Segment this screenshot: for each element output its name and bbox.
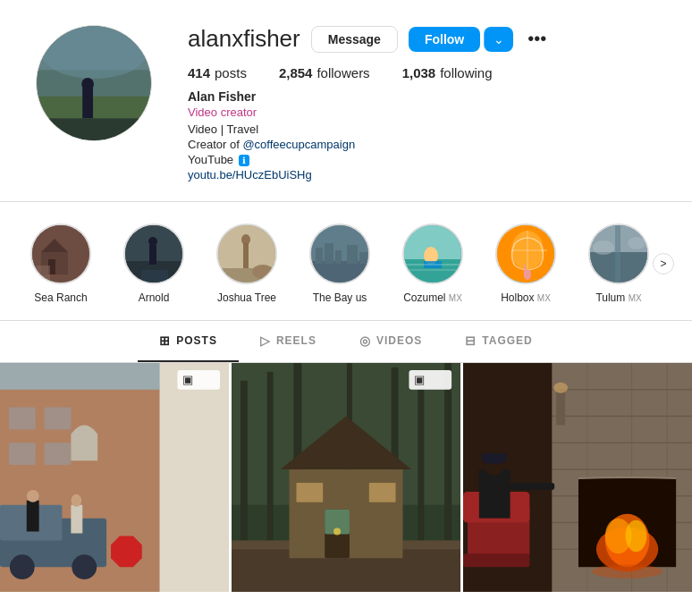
highlights-section: Sea Ranch Arnold — [0, 201, 692, 321]
posts-count: 414 — [188, 65, 210, 80]
coffeecup-link[interactable]: @coffeecupcampaign — [242, 138, 355, 151]
svg-rect-27 — [335, 250, 342, 264]
bio-line-2: Creator of @coffeecupcampaign — [188, 138, 656, 151]
tab-tagged[interactable]: ⊟ TAGGED — [443, 321, 553, 362]
highlight-label-cozumel: Cozumel MX — [403, 291, 462, 304]
svg-rect-12 — [37, 266, 50, 283]
svg-rect-72 — [444, 363, 451, 558]
svg-rect-68 — [267, 372, 274, 549]
bio-name: Alan Fisher — [188, 89, 656, 104]
tab-videos[interactable]: ◎ VIDEOS — [338, 321, 443, 362]
highlight-circle-joshua-tree — [216, 224, 277, 284]
posts-icon: ⊞ — [159, 333, 171, 348]
follow-chevron-button[interactable]: ⌄ — [484, 27, 513, 52]
highlight-item-tulum[interactable]: Tulum MX — [583, 224, 654, 304]
svg-rect-60 — [71, 505, 82, 534]
bay-image — [311, 225, 370, 284]
arnold-image — [125, 225, 184, 284]
svg-point-61 — [71, 494, 81, 507]
svg-point-113 — [553, 383, 568, 393]
cozumel-image — [404, 225, 463, 284]
photo-1-image: ▣ — [0, 363, 229, 592]
more-options-button[interactable]: ••• — [524, 29, 550, 49]
svg-text:▣: ▣ — [414, 373, 425, 386]
holbox-image — [497, 225, 556, 284]
highlight-circle-bay — [309, 224, 370, 284]
highlight-item-holbox[interactable]: Holbox MX — [490, 224, 561, 304]
followers-stat[interactable]: 2,854 followers — [279, 65, 370, 80]
profile-section: alanxfisher Message Follow ⌄ ••• 414 pos… — [0, 0, 692, 201]
message-button[interactable]: Message — [311, 26, 398, 53]
svg-rect-52 — [45, 408, 72, 430]
svg-rect-71 — [418, 376, 424, 553]
grid-item-1[interactable]: ▣ — [0, 363, 229, 592]
svg-rect-25 — [316, 248, 323, 264]
svg-point-101 — [626, 520, 647, 553]
highlight-item-arnold[interactable]: Arnold — [118, 224, 190, 304]
svg-point-16 — [148, 237, 157, 246]
bio-line-3: YouTube ℹ — [188, 153, 656, 166]
highlight-item-cozumel[interactable]: Cozumel MX — [397, 224, 468, 304]
tulum-image — [590, 225, 649, 284]
svg-rect-80 — [296, 483, 323, 502]
svg-point-82 — [333, 528, 341, 536]
svg-point-56 — [10, 554, 35, 579]
tab-posts[interactable]: ⊞ POSTS — [138, 321, 239, 362]
highlight-item-sea-ranch[interactable]: Sea Ranch — [25, 224, 97, 304]
tab-reels[interactable]: ▷ REELS — [239, 321, 338, 362]
svg-rect-5 — [82, 88, 93, 118]
highlight-circle-sea-ranch — [30, 224, 91, 284]
svg-rect-111 — [511, 483, 555, 490]
svg-point-4 — [41, 26, 147, 79]
username-row: alanxfisher Message Follow ⌄ ••• — [188, 25, 656, 53]
svg-point-44 — [593, 240, 614, 255]
svg-rect-49 — [160, 363, 229, 592]
follow-button[interactable]: Follow — [409, 27, 480, 52]
svg-rect-39 — [524, 265, 526, 277]
tab-tagged-label: TAGGED — [482, 334, 532, 347]
tab-reels-label: REELS — [276, 334, 316, 347]
svg-rect-58 — [27, 501, 39, 532]
photo-3-image — [463, 363, 692, 592]
svg-point-45 — [628, 237, 646, 249]
svg-rect-81 — [369, 483, 396, 502]
tab-posts-label: POSTS — [176, 334, 217, 347]
svg-rect-15 — [149, 245, 156, 265]
highlight-label-tulum: Tulum MX — [595, 291, 641, 304]
highlight-circle-cozumel — [402, 224, 463, 284]
following-stat[interactable]: 1,038 following — [402, 65, 493, 80]
highlight-label-joshua-tree: Joshua Tree — [217, 291, 276, 304]
svg-rect-43 — [615, 225, 620, 284]
bio-link-line: youtu.be/HUczEbUiSHg — [188, 168, 656, 181]
svg-rect-26 — [325, 243, 333, 264]
avatar-wrap — [36, 25, 152, 141]
svg-rect-29 — [359, 252, 367, 264]
svg-rect-7 — [37, 118, 151, 140]
following-count: 1,038 — [402, 65, 436, 80]
followers-label: followers — [316, 65, 369, 80]
highlight-item-joshua-tree[interactable]: Joshua Tree — [211, 224, 283, 304]
highlight-item-bay[interactable]: The Bay us — [304, 224, 376, 304]
grid-item-3[interactable] — [463, 363, 692, 592]
highlight-circle-holbox — [495, 224, 556, 284]
highlight-circle-tulum — [588, 224, 649, 284]
highlight-circle-arnold — [123, 224, 184, 284]
tab-videos-label: VIDEOS — [376, 334, 422, 347]
youtube-text: YouTube — [188, 153, 233, 166]
bio: Alan Fisher Video creator Video | Travel… — [188, 89, 656, 181]
svg-rect-51 — [9, 443, 36, 465]
highlights-next-button[interactable]: > — [653, 253, 674, 274]
svg-rect-107 — [479, 469, 511, 519]
bio-line-1: Video | Travel — [188, 122, 656, 136]
svg-point-6 — [81, 78, 94, 90]
profile-info: alanxfisher Message Follow ⌄ ••• 414 pos… — [188, 25, 656, 183]
svg-rect-110 — [482, 453, 507, 460]
svg-rect-24 — [311, 261, 370, 284]
info-emoji: ℹ — [239, 155, 249, 166]
youtube-link[interactable]: youtu.be/HUczEbUiSHg — [188, 168, 312, 181]
avatar — [36, 25, 152, 141]
username: alanxfisher — [188, 25, 300, 53]
grid-item-2[interactable]: ▣ — [232, 363, 460, 592]
svg-rect-67 — [241, 381, 248, 541]
svg-rect-28 — [347, 245, 358, 264]
